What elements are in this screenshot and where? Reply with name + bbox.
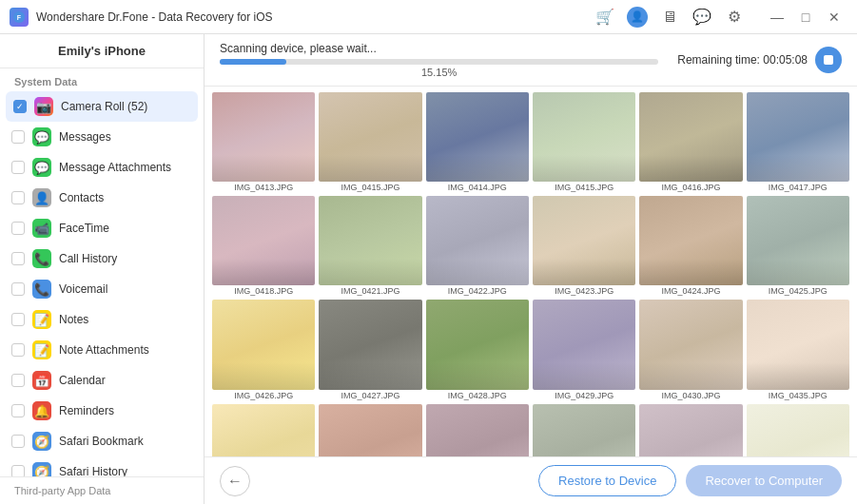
photo-label-7: IMG_0421.JPG	[319, 286, 421, 296]
sidebar-checkbox-messages[interactable]	[11, 130, 25, 144]
photo-item-4[interactable]: IMG_0416.JPG	[639, 92, 742, 192]
sidebar-label-reminders: Reminders	[59, 404, 114, 417]
photo-item-20[interactable]: IMG_0438.JPG	[426, 404, 529, 456]
photo-item-2[interactable]: IMG_0414.JPG	[426, 92, 529, 192]
sidebar-label-safari-bookmark: Safari Bookmark	[59, 435, 144, 448]
close-button[interactable]: ✕	[821, 4, 847, 30]
photo-item-7[interactable]: IMG_0421.JPG	[319, 196, 421, 296]
photo-label-14: IMG_0428.JPG	[426, 391, 529, 400]
photo-item-19[interactable]: IMG_0437.JPG	[319, 404, 421, 456]
sidebar-item-voicemail[interactable]: 📞Voicemail	[0, 274, 204, 304]
sidebar-checkbox-call-history[interactable]	[11, 252, 25, 265]
cart-icon[interactable]: 🛒	[594, 7, 615, 28]
voicemail-icon: 📞	[32, 280, 51, 299]
photo-item-3[interactable]: IMG_0415.JPG	[533, 92, 635, 192]
photo-item-1[interactable]: IMG_0415.JPG	[319, 92, 421, 192]
sidebar-item-notes[interactable]: 📝Notes	[0, 304, 204, 335]
photo-thumb-6	[212, 196, 315, 285]
sidebar-item-safari-bookmark[interactable]: 🧭Safari Bookmark	[0, 426, 204, 456]
photo-label-1: IMG_0415.JPG	[319, 183, 421, 192]
photo-item-12[interactable]: IMG_0426.JPG	[212, 300, 315, 399]
photo-item-9[interactable]: IMG_0423.JPG	[533, 196, 635, 296]
sidebar-checkbox-notes[interactable]	[11, 313, 25, 326]
progress-right: Remaining time: 00:05:08	[677, 47, 842, 73]
stop-scan-button[interactable]	[815, 47, 842, 73]
photo-label-8: IMG_0422.JPG	[426, 286, 529, 296]
app-title: Wondershare Dr.Fone - Data Recovery for …	[36, 10, 273, 24]
monitor-icon[interactable]: 🖥	[659, 7, 680, 28]
user-icon[interactable]: 👤	[627, 7, 648, 28]
sidebar-item-camera-roll[interactable]: ✓📷Camera Roll (52)	[6, 91, 198, 122]
sidebar-item-facetime[interactable]: 📹FaceTime	[0, 213, 204, 243]
sidebar-checkbox-message-attachments[interactable]	[11, 161, 25, 174]
photo-item-10[interactable]: IMG_0424.JPG	[639, 196, 742, 296]
photo-item-14[interactable]: IMG_0428.JPG	[426, 300, 529, 399]
photo-item-16[interactable]: IMG_0430.JPG	[639, 300, 742, 399]
photo-item-11[interactable]: IMG_0425.JPG	[747, 196, 849, 296]
sidebar-item-calendar[interactable]: 📅Calendar	[0, 365, 204, 396]
sidebar-label-message-attachments: Message Attachments	[59, 161, 171, 174]
photo-item-23[interactable]: IMG_0441.JPG	[747, 404, 849, 456]
back-button[interactable]: ←	[220, 466, 250, 496]
sidebar-checkbox-safari-bookmark[interactable]	[11, 435, 25, 448]
sidebar-checkbox-facetime[interactable]	[11, 222, 25, 235]
photo-thumb-0	[212, 92, 315, 182]
sidebar-checkbox-calendar[interactable]	[11, 374, 25, 387]
recover-computer-button[interactable]: Recover to Computer	[686, 465, 842, 496]
sidebar-item-message-attachments[interactable]: 💬Message Attachments	[0, 152, 204, 183]
app-logo: F	[10, 8, 29, 27]
photo-item-18[interactable]: IMG_0436.JPG	[212, 404, 315, 456]
system-data-label: System Data	[0, 68, 204, 91]
photo-thumb-10	[639, 196, 742, 285]
photo-item-5[interactable]: IMG_0417.JPG	[747, 92, 849, 192]
photo-thumb-5	[747, 92, 849, 182]
photo-thumb-23	[747, 404, 849, 456]
restore-device-button[interactable]: Restore to Device	[538, 465, 676, 496]
third-party-label: Third-party App Data	[0, 476, 204, 504]
sidebar-checkbox-voicemail[interactable]	[11, 282, 25, 296]
sidebar-item-call-history[interactable]: 📞Call History	[0, 243, 204, 274]
photo-thumb-22	[639, 404, 742, 456]
contacts-icon: 👤	[32, 188, 51, 207]
content-area: Scanning device, please wait... 15.15% R…	[205, 34, 857, 504]
sidebar-label-messages: Messages	[59, 130, 111, 144]
settings-icon[interactable]: ⚙	[724, 7, 745, 28]
sidebar-checkbox-camera-roll[interactable]: ✓	[13, 100, 27, 113]
photo-item-6[interactable]: IMG_0418.JPG	[212, 196, 315, 296]
photo-item-22[interactable]: IMG_0440.JPG	[639, 404, 742, 456]
title-bar-left: F Wondershare Dr.Fone - Data Recovery fo…	[10, 8, 273, 27]
safari-icon: 🧭	[32, 432, 51, 451]
progress-percent: 15.15%	[220, 67, 658, 78]
photo-thumb-11	[747, 196, 849, 285]
photo-item-0[interactable]: IMG_0413.JPG	[212, 92, 315, 192]
title-bar: F Wondershare Dr.Fone - Data Recovery fo…	[0, 0, 857, 34]
sidebar-checkbox-contacts[interactable]	[11, 191, 25, 204]
sidebar-item-safari-history[interactable]: 🧭Safari History	[0, 456, 204, 476]
sidebar-item-note-attachments[interactable]: 📝Note Attachments	[0, 335, 204, 365]
sidebar-checkbox-reminders[interactable]	[11, 404, 25, 417]
sidebar-checkbox-note-attachments[interactable]	[11, 343, 25, 357]
maximize-button[interactable]: □	[792, 4, 819, 30]
sidebar-checkbox-safari-history[interactable]	[11, 465, 25, 476]
progress-area: Scanning device, please wait... 15.15% R…	[205, 34, 857, 87]
photo-item-13[interactable]: IMG_0427.JPG	[319, 300, 421, 399]
progress-left: Scanning device, please wait... 15.15%	[220, 42, 658, 78]
remaining-time: Remaining time: 00:05:08	[677, 53, 808, 67]
minimize-button[interactable]: —	[764, 4, 790, 30]
photo-label-11: IMG_0425.JPG	[747, 286, 849, 296]
feedback-icon[interactable]: 💬	[691, 7, 712, 28]
sidebar-item-contacts[interactable]: 👤Contacts	[0, 183, 204, 213]
main-layout: Emily's iPhone System Data ✓📷Camera Roll…	[0, 34, 857, 504]
photo-label-4: IMG_0416.JPG	[639, 183, 742, 192]
stop-icon	[824, 55, 833, 65]
sidebar-item-reminders[interactable]: 🔔Reminders	[0, 396, 204, 426]
photo-item-8[interactable]: IMG_0422.JPG	[426, 196, 529, 296]
photo-label-0: IMG_0413.JPG	[212, 183, 315, 192]
photo-thumb-15	[533, 300, 635, 389]
photo-item-21[interactable]: IMG_0439.JPG	[533, 404, 635, 456]
photo-item-17[interactable]: IMG_0435.JPG	[747, 300, 849, 399]
photo-thumb-12	[212, 300, 315, 389]
sidebar-label-notes: Notes	[59, 313, 88, 326]
sidebar-item-messages[interactable]: 💬Messages	[0, 122, 204, 152]
photo-item-15[interactable]: IMG_0429.JPG	[533, 300, 635, 399]
